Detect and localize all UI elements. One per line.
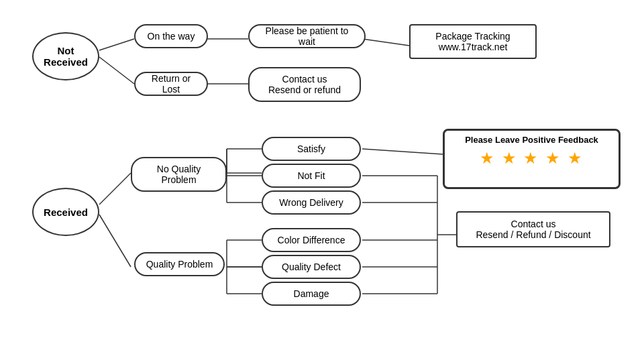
color-difference-node: Color Difference: [262, 228, 361, 252]
on-the-way-node: On the way: [134, 24, 208, 48]
color-difference-label: Color Difference: [278, 235, 345, 245]
satisfy-label: Satisfy: [297, 144, 325, 154]
svg-line-1: [99, 57, 134, 84]
no-quality-problem-node: No Quality Problem: [131, 157, 227, 192]
contact-refund-node: Contact us Resend / Refund / Discount: [456, 211, 610, 247]
svg-line-3: [362, 39, 409, 46]
svg-line-18: [362, 149, 443, 154]
return-or-lost-label: Return or Lost: [142, 73, 200, 95]
on-the-way-label: On the way: [148, 31, 195, 42]
no-quality-problem-label: No Quality Problem: [157, 164, 201, 185]
patient-label: Please be patient to wait: [256, 25, 358, 47]
not-received-node: Not Received: [32, 32, 99, 80]
received-node: Received: [32, 188, 99, 236]
patient-node: Please be patient to wait: [248, 24, 366, 48]
quality-problem-label: Quality Problem: [146, 259, 213, 270]
contact-resend-node: Contact us Resend or refund: [248, 67, 361, 102]
svg-line-0: [99, 39, 134, 50]
quality-problem-node: Quality Problem: [134, 252, 225, 276]
diagram: Not Received On the way Return or Lost P…: [0, 0, 644, 344]
not-fit-node: Not Fit: [262, 164, 361, 188]
feedback-label: Please Leave Positive Feedback: [451, 135, 612, 145]
received-label: Received: [44, 207, 88, 218]
wrong-delivery-label: Wrong Delivery: [279, 197, 343, 208]
return-or-lost-node: Return or Lost: [134, 72, 208, 96]
stars: ★ ★ ★ ★ ★: [451, 149, 612, 168]
quality-defect-node: Quality Defect: [262, 255, 361, 279]
wrong-delivery-node: Wrong Delivery: [262, 190, 361, 215]
contact-refund-label: Contact us Resend / Refund / Discount: [476, 219, 590, 240]
quality-defect-label: Quality Defect: [282, 262, 341, 272]
contact-resend-label: Contact us Resend or refund: [268, 74, 341, 95]
package-tracking-node: Package Tracking www.17track.net: [409, 24, 537, 59]
package-tracking-label: Package Tracking www.17track.net: [435, 31, 510, 52]
svg-line-6: [99, 215, 131, 267]
damage-node: Damage: [262, 282, 361, 306]
not-received-label: Not Received: [44, 45, 88, 68]
feedback-box: Please Leave Positive Feedback ★ ★ ★ ★ ★: [443, 129, 621, 189]
damage-label: Damage: [294, 288, 329, 299]
svg-line-5: [99, 173, 131, 205]
not-fit-label: Not Fit: [297, 170, 325, 181]
satisfy-node: Satisfy: [262, 137, 361, 161]
